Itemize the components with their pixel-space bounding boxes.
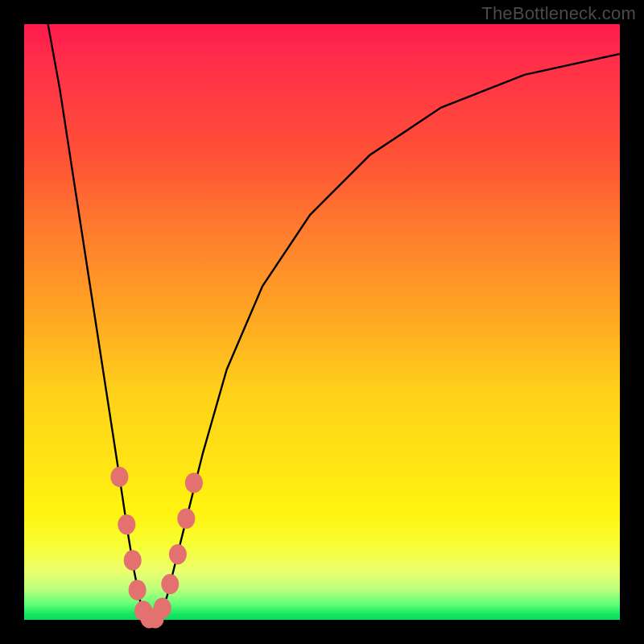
data-marker xyxy=(124,550,142,570)
watermark-text: TheBottleneck.com xyxy=(481,3,636,24)
data-marker xyxy=(129,580,147,600)
data-marker xyxy=(110,467,128,487)
chart-frame: TheBottleneck.com xyxy=(0,0,644,644)
plot-area xyxy=(24,24,620,620)
chart-svg xyxy=(24,24,620,620)
marker-group xyxy=(110,467,203,629)
data-marker xyxy=(118,514,135,535)
data-marker xyxy=(185,473,203,493)
data-marker xyxy=(161,574,179,594)
data-marker xyxy=(154,598,171,618)
data-marker xyxy=(169,544,187,564)
data-marker xyxy=(177,509,195,529)
